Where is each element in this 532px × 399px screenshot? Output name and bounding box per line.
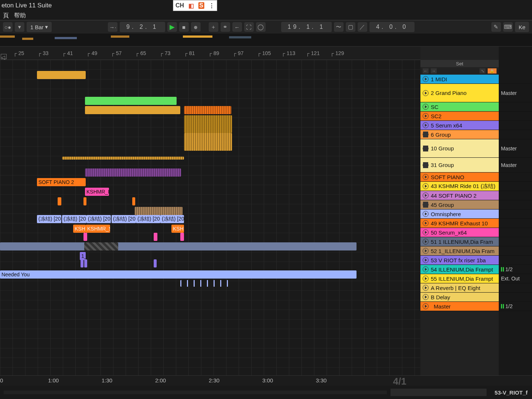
track-header[interactable]: 51 1 ILLENIUM,Dia Fram [420, 237, 499, 246]
loop-icon[interactable]: ◯ [256, 22, 266, 32]
track-header[interactable]: 45 Group [420, 200, 499, 209]
track-play-icon[interactable] [423, 294, 429, 300]
keyboard-icon[interactable]: ⌨ [503, 22, 513, 32]
clip[interactable] [184, 106, 231, 114]
loop-start[interactable]: 19. 1. 1 [281, 22, 332, 32]
group-icon[interactable] [423, 146, 429, 151]
arrangement-overview[interactable] [0, 34, 532, 47]
mix-output-row[interactable] [499, 75, 532, 84]
mix-output-row[interactable] [499, 209, 532, 219]
track-header[interactable]: A Reverb | EQ Eight [420, 283, 499, 293]
time-ruler[interactable]: 01:001:302:002:303:003:30 4/1 [0, 375, 532, 386]
mix-output-row[interactable] [499, 256, 532, 265]
clip[interactable]: 1_ [80, 252, 86, 260]
clip[interactable]: (冻结) [20 [112, 215, 136, 223]
loop-length[interactable]: 4. 0. 0 [369, 22, 415, 32]
track-header[interactable]: B Delay [420, 293, 499, 302]
set-expand-icon[interactable]: ⤡ [480, 68, 485, 74]
key-map-button[interactable]: Ke [515, 22, 529, 32]
env-icon-1[interactable]: 〜 [334, 22, 344, 32]
track-play-icon[interactable] [423, 211, 429, 217]
mix-output-row[interactable] [499, 121, 532, 130]
track-play-icon[interactable] [423, 122, 429, 128]
mix-output-row[interactable] [499, 246, 532, 256]
clip[interactable] [84, 259, 87, 267]
mix-output-row[interactable] [499, 130, 532, 139]
track-header[interactable]: 43 KSHMR Ride 01 (冻结) [420, 182, 499, 191]
track-play-icon[interactable] [423, 174, 429, 180]
clip[interactable] [81, 259, 83, 267]
track-play-icon[interactable] [423, 220, 429, 226]
track-header[interactable]: SC2 [420, 112, 499, 121]
mix-output-row[interactable] [499, 293, 532, 302]
draw-mode-icon[interactable]: ✎ [491, 22, 501, 32]
clip-detail-box[interactable] [391, 389, 487, 396]
clip[interactable] [184, 115, 232, 133]
quantize-selector[interactable]: 1 Bar ▾ [27, 22, 52, 32]
mix-output-row[interactable]: Master [499, 139, 532, 158]
mix-output-row[interactable] [499, 283, 532, 293]
clip[interactable] [154, 233, 157, 241]
clip[interactable] [132, 197, 135, 205]
track-header[interactable]: 1 MIDI [420, 75, 499, 84]
arrangement-view[interactable]: ◁ ┌ 25┌ 33┌ 41┌ 49┌ 57┌ 65┌ 73┌ 81┌ 89┌ … [0, 47, 420, 375]
track-play-icon[interactable] [423, 276, 429, 282]
mix-output-row[interactable] [499, 102, 532, 112]
track-play-icon[interactable] [423, 192, 429, 198]
clip[interactable]: (冻结) [20 [86, 215, 111, 223]
env-icon-3[interactable]: ／ [358, 22, 367, 32]
track-play-icon[interactable] [423, 266, 429, 272]
track-header[interactable]: 49 KSHMR Exhaust 10 [420, 219, 499, 228]
clip[interactable] [83, 233, 87, 241]
track-play-icon[interactable] [423, 248, 429, 254]
clip[interactable]: SOFT PIANO 2 [37, 178, 86, 186]
automation-link-icon[interactable]: ⚭ [221, 22, 230, 32]
track-play-icon[interactable] [423, 183, 429, 189]
mix-output-row[interactable] [499, 228, 532, 237]
set-next-icon[interactable]: → [431, 68, 437, 74]
track-header[interactable]: 31 Group [420, 158, 499, 173]
ime-indicator[interactable]: CH ◧ S ⋮ [173, 0, 217, 11]
track-header[interactable]: 54 ILLENIUM,Dia Frampt [420, 265, 499, 274]
track-header[interactable]: 6 Group [420, 130, 499, 139]
track-header[interactable]: Omnisphere [420, 209, 499, 219]
play-button[interactable]: ▶ [167, 22, 177, 32]
scrub-area[interactable] [4, 391, 387, 394]
track-header[interactable]: 2 Grand Piano [420, 84, 499, 102]
track-play-icon[interactable] [423, 104, 429, 110]
clip[interactable] [58, 197, 61, 205]
clip[interactable]: (冻结) [20 [160, 215, 184, 223]
mix-output-row[interactable] [499, 237, 532, 246]
track-header[interactable]: Master [420, 302, 499, 311]
track-header[interactable]: 10 Group [420, 139, 499, 158]
clip[interactable] [84, 242, 118, 250]
track-header[interactable]: 50 Serum_x64 [420, 228, 499, 237]
clip[interactable] [180, 233, 184, 241]
mix-output-row[interactable] [499, 173, 532, 182]
group-icon[interactable] [423, 162, 429, 168]
arrow-left-icon[interactable]: ← [232, 22, 242, 32]
track-play-icon[interactable] [423, 257, 429, 263]
track-play-icon[interactable] [423, 90, 429, 96]
clip[interactable]: KSHI [171, 225, 184, 233]
mix-output-row[interactable]: Master [499, 158, 532, 173]
record-button[interactable]: ● [191, 22, 201, 32]
follow-icon[interactable]: →· [108, 22, 117, 32]
mix-output-row[interactable]: Master [499, 84, 532, 102]
clip[interactable]: KSHMR_R [85, 188, 109, 196]
clip[interactable]: KSHMR_S [86, 225, 110, 233]
mix-output-row[interactable] [499, 112, 532, 121]
track-play-icon[interactable] [423, 285, 429, 291]
clip[interactable]: (冻结) [20 [37, 215, 61, 223]
clip[interactable]: (冻结) [20 [62, 215, 86, 223]
clip[interactable] [37, 71, 86, 79]
clip[interactable] [85, 97, 177, 105]
group-icon[interactable] [423, 132, 429, 137]
mix-output-row[interactable]: 1/2 [499, 265, 532, 274]
tap-tempo-dropdown-icon[interactable]: ▾ [15, 22, 24, 32]
track-header[interactable]: 55 ILLENIUM,Dia Frampt [420, 274, 499, 283]
clip[interactable] [85, 168, 181, 177]
punch-icon[interactable]: ⛶ [244, 22, 254, 32]
ime-dropdown-icon[interactable]: ⋮ [209, 2, 215, 9]
mix-output-row[interactable] [499, 191, 532, 200]
